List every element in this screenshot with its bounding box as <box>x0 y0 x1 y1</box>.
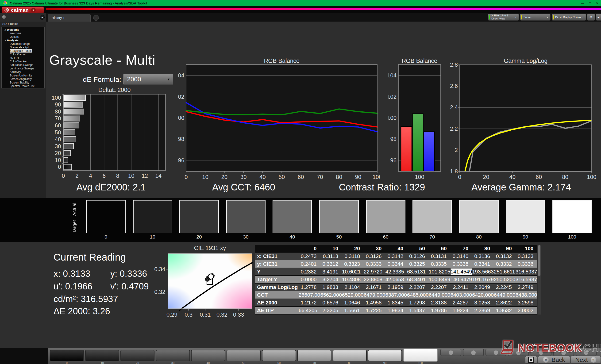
table-cell[interactable]: 2.2245 <box>494 284 516 291</box>
table-cell[interactable]: 3.0253 <box>472 299 494 307</box>
pattern-button-80[interactable] <box>333 350 367 361</box>
table-cell[interactable]: 0.3325 <box>407 260 429 268</box>
table-cell[interactable]: 2.2869 <box>472 307 494 315</box>
table-cell[interactable]: 0.3338 <box>451 260 472 268</box>
table-cell[interactable]: 1.7225 <box>364 307 385 315</box>
table-cell[interactable]: 1.9786 <box>429 307 450 315</box>
table-cell[interactable]: 0.3126 <box>364 253 385 260</box>
table-cell[interactable]: 6403.0000 <box>451 291 472 299</box>
de-formula-select[interactable]: 2000 ▼ <box>123 74 173 85</box>
table-cell[interactable]: 0.3333 <box>364 260 385 268</box>
table-cell[interactable]: 0.2382 <box>299 268 320 276</box>
sidebar-item-spectral-power-dist-[interactable]: Spectral Power Dist. <box>2 84 44 88</box>
table-cell[interactable]: 0.3332 <box>494 260 516 268</box>
table-cell[interactable]: 1.7298 <box>407 299 429 307</box>
table-cell[interactable]: 2.2207 <box>429 284 450 291</box>
table-cell[interactable]: 2.4287 <box>451 299 472 307</box>
table-cell[interactable]: 0.6576 <box>320 299 342 307</box>
table-cell[interactable]: 1.4958 <box>364 299 385 307</box>
table-cell[interactable]: 66.4205 <box>299 307 320 315</box>
table-cell[interactable]: 0.3142 <box>385 253 407 260</box>
pattern-button-60[interactable] <box>262 350 296 361</box>
pattern-button-100[interactable] <box>403 348 438 362</box>
table-cell[interactable]: 2.8622 <box>494 299 516 307</box>
table-cell[interactable]: 316.5937 <box>516 268 537 276</box>
pattern-button-90[interactable] <box>368 350 402 361</box>
pattern-button-20[interactable] <box>120 350 154 361</box>
sidebar-item-screen-stability[interactable]: Screen Stability <box>2 81 44 84</box>
table-cell[interactable]: 26607.0000 <box>299 291 320 299</box>
sidebar-item-screen-angularity[interactable]: Screen Angularity <box>2 77 44 81</box>
table-cell[interactable]: 0.3323 <box>342 260 364 268</box>
table-cell[interactable]: 0.3136 <box>472 253 494 260</box>
table-cell[interactable]: 2.0002 <box>516 307 537 315</box>
workflow-dot-button[interactable] <box>2 15 6 19</box>
table-cell[interactable]: 1.5437 <box>407 307 429 315</box>
table-cell[interactable]: 0.3118 <box>342 253 364 260</box>
calman-menu-button[interactable]: calman ▼ <box>2 7 44 13</box>
sidebar-item-3d-lut[interactable]: 3D LUT <box>2 56 44 60</box>
scrollbar-thumb[interactable] <box>538 245 541 276</box>
sidebar-item-luminance-sweeps[interactable]: Luminance Sweeps <box>2 67 44 70</box>
maximize-icon[interactable]: □ <box>589 1 591 5</box>
table-cell[interactable]: 0.3126 <box>407 253 429 260</box>
meter-dropdown-button[interactable]: Direct Display Control▼ <box>552 14 586 21</box>
table-cell[interactable]: 6438.0000 <box>516 291 537 299</box>
table-cell[interactable]: 1.2778 <box>299 284 320 291</box>
sidebar-item-color-gamut[interactable]: Color Gamut <box>2 53 44 56</box>
tree-expander-icon[interactable]: ◢ <box>4 39 6 41</box>
tree-expander-icon[interactable]: ◢ <box>4 29 6 31</box>
table-cell[interactable]: 2.2207 <box>407 284 429 291</box>
settings-gear-button[interactable]: ⚙ <box>587 14 595 21</box>
table-cell[interactable]: 0.2473 <box>299 253 320 260</box>
table-cell[interactable]: 1.5661 <box>342 307 364 315</box>
table-cell[interactable]: 6449.0000 <box>429 291 450 299</box>
sidebar-item-options[interactable]: Options <box>2 35 44 38</box>
table-cell[interactable]: 1.9834 <box>385 307 407 315</box>
table-cell[interactable]: 68.5131 <box>407 268 429 276</box>
table-cell[interactable]: 2.1671 <box>364 284 385 291</box>
add-tab-button[interactable]: + <box>93 15 99 21</box>
table-cell[interactable]: 22.8808 <box>364 276 385 284</box>
table-cell[interactable]: 6529.0000 <box>342 291 364 299</box>
sidebar-item-welcome[interactable]: ◢Welcome <box>2 28 44 31</box>
sidebar-item-grayscale-multi[interactable]: Grayscale - Multi <box>2 49 44 53</box>
table-cell[interactable]: 0.3336 <box>516 260 537 268</box>
table-cell[interactable]: 0.3132 <box>494 253 516 260</box>
table-cell[interactable]: 0.3133 <box>516 253 537 260</box>
table-cell[interactable]: 191.1679 <box>472 276 494 284</box>
table-cell[interactable]: 0.3113 <box>320 253 342 260</box>
sidebar-item-welcome[interactable]: Welcome <box>2 31 44 35</box>
table-cell[interactable]: 6562.0000 <box>320 291 342 299</box>
table-cell[interactable]: 42.3335 <box>385 268 407 276</box>
tab-history-1[interactable]: History 1 <box>48 14 91 22</box>
table-cell[interactable]: 251.6611 <box>494 268 516 276</box>
meter-dropdown-button[interactable]: X-Rite i1Pro 2Direct View▼ <box>488 14 519 21</box>
table-cell[interactable]: 1.2172 <box>299 299 320 307</box>
table-cell[interactable]: 22.9720 <box>364 268 385 276</box>
table-cell[interactable]: 6387.0000 <box>385 291 407 299</box>
table-cell[interactable]: 1.9224 <box>451 307 472 315</box>
table-cell[interactable]: 2.2411 <box>451 284 472 291</box>
pattern-button-10[interactable] <box>85 350 119 361</box>
table-cell[interactable]: 2.3205 <box>320 307 342 315</box>
table-cell[interactable]: 0.3341 <box>472 260 494 268</box>
table-cell[interactable]: 2.1959 <box>385 284 407 291</box>
pattern-button-40[interactable] <box>191 350 225 361</box>
table-cell[interactable]: 2.1104 <box>342 284 364 291</box>
table-cell[interactable]: 2.2749 <box>516 284 537 291</box>
table-cell[interactable]: 0.3312 <box>320 260 342 268</box>
table-cell[interactable]: 140.9479 <box>451 276 472 284</box>
table-cell[interactable]: 6485.0000 <box>407 291 429 299</box>
pattern-button-50[interactable] <box>227 350 260 361</box>
pattern-button-0[interactable] <box>50 350 84 361</box>
table-cell[interactable]: 101.8205 <box>429 268 450 276</box>
table-cell[interactable]: 0.3335 <box>429 260 450 268</box>
pattern-extra-button[interactable] <box>441 349 461 356</box>
table-cell[interactable]: 3.4191 <box>320 268 342 276</box>
table-cell[interactable]: 1.0646 <box>342 299 364 307</box>
close-icon[interactable]: ✕ <box>596 1 599 5</box>
table-cell[interactable]: 10.6021 <box>342 268 364 276</box>
sidebar-item-grayscale-2pt[interactable]: Grayscale - 2pt <box>2 46 44 49</box>
sidebar-item-screen-uniformity[interactable]: Screen Uniformity <box>2 74 44 77</box>
